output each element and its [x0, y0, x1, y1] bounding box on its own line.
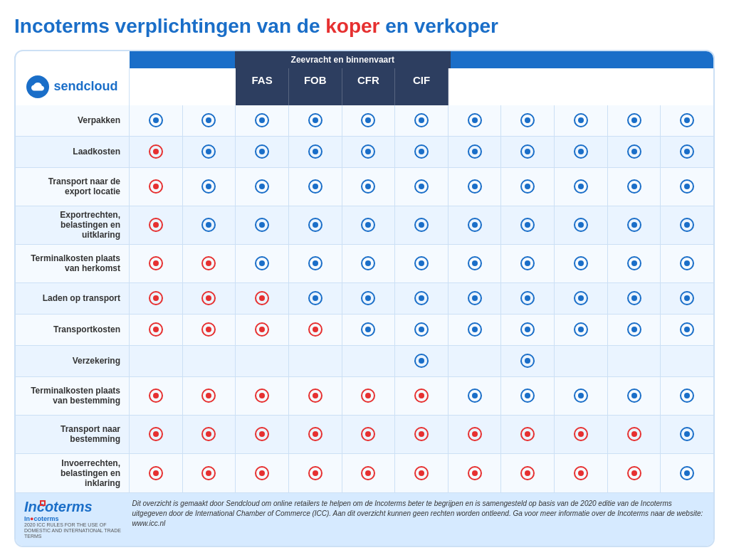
svg-point-77	[419, 222, 424, 228]
svg-point-205	[206, 470, 211, 476]
cell-r0-c10	[661, 105, 713, 136]
cell-r2-c8	[555, 168, 608, 206]
data-row-7	[130, 346, 713, 377]
svg-point-53	[365, 184, 371, 189]
cell-r2-c6	[449, 168, 502, 206]
svg-point-59	[525, 184, 530, 189]
svg-point-149	[578, 327, 584, 332]
svg-point-105	[578, 260, 584, 266]
col-header-cif: CIF	[395, 68, 449, 105]
cell-r9-c9	[608, 416, 661, 453]
svg-point-47	[206, 184, 211, 189]
svg-point-173	[525, 393, 530, 398]
cell-r6-c2	[236, 315, 289, 345]
cell-r8-c8	[555, 377, 608, 415]
svg-point-211	[365, 470, 371, 476]
svg-point-75	[365, 222, 371, 228]
zeevracht-banner-row: Zeevracht en binnenvaart	[130, 51, 713, 68]
svg-point-29	[313, 149, 318, 154]
svg-point-151	[631, 327, 637, 332]
svg-point-83	[578, 222, 584, 228]
svg-point-35	[472, 149, 478, 154]
svg-point-39	[578, 149, 584, 154]
row-labels-column: VerpakkenLaadkostenTransport naar de exp…	[16, 105, 130, 492]
svg-point-109	[684, 260, 690, 266]
svg-point-11	[419, 117, 424, 123]
cell-r9-c8	[555, 416, 608, 453]
cell-r9-c4	[342, 416, 396, 453]
cell-r6-c3	[289, 315, 342, 345]
svg-point-127	[578, 295, 584, 301]
cell-r9-c7	[501, 416, 555, 453]
svg-point-41	[631, 149, 637, 154]
cell-r5-c0	[130, 283, 183, 314]
cell-r10-c5	[395, 454, 449, 492]
cell-r3-c4	[342, 206, 396, 244]
svg-point-31	[365, 149, 371, 154]
cell-r6-c6	[449, 315, 502, 345]
row-label-7: Verzekering	[16, 346, 129, 377]
cell-r6-c10	[661, 315, 713, 345]
svg-point-25	[206, 149, 211, 154]
svg-point-185	[259, 431, 265, 437]
cell-r7-c5	[395, 346, 449, 376]
svg-point-119	[365, 295, 371, 301]
svg-point-155	[419, 358, 424, 364]
cell-r2-c9	[608, 168, 661, 206]
data-row-5	[130, 283, 713, 315]
sendcloud-icon	[26, 75, 49, 98]
svg-point-57	[472, 184, 478, 189]
cell-r0-c2	[236, 105, 289, 136]
row-label-1: Laadkosten	[16, 137, 129, 168]
col-header-cip: CIP	[501, 68, 555, 105]
svg-point-19	[631, 117, 637, 123]
svg-point-129	[631, 295, 637, 301]
table-header: Zeevracht en binnenvaart sendcloud	[16, 51, 713, 105]
cell-r1-c0	[130, 137, 183, 167]
cell-r4-c4	[342, 245, 396, 282]
svg-point-81	[525, 222, 530, 228]
svg-point-15	[525, 117, 530, 123]
svg-point-3	[206, 117, 211, 123]
svg-point-71	[259, 222, 265, 228]
cell-r5-c5	[395, 283, 449, 314]
zeevracht-label: Zeevracht en binnenvaart	[235, 51, 451, 68]
cell-r4-c2	[236, 245, 289, 282]
svg-point-195	[525, 431, 530, 437]
svg-point-61	[578, 184, 584, 189]
cell-r9-c2	[236, 416, 289, 453]
cell-r4-c1	[183, 245, 236, 282]
cell-r10-c6	[449, 454, 502, 492]
svg-point-207	[259, 470, 265, 476]
cell-r2-c0	[130, 168, 183, 206]
row-label-0: Verpakken	[16, 105, 129, 137]
incoterms-logo-sub: In●coterms 2020 ICC RULES FOR THE USE OF…	[24, 515, 124, 540]
svg-point-171	[472, 393, 478, 398]
cell-r8-c7	[501, 377, 555, 415]
cell-r3-c3	[289, 206, 342, 244]
svg-point-95	[313, 260, 318, 266]
svg-point-141	[365, 327, 371, 332]
svg-point-135	[206, 327, 211, 332]
sendcloud-logo: sendcloud	[26, 75, 117, 98]
cell-r1-c4	[342, 137, 396, 167]
cell-r0-c9	[608, 105, 661, 136]
svg-point-49	[259, 184, 265, 189]
svg-point-209	[313, 470, 318, 476]
cell-r8-c2	[236, 377, 289, 415]
cell-r3-c10	[661, 206, 713, 244]
svg-point-1	[153, 117, 159, 123]
cell-r10-c4	[342, 454, 396, 492]
svg-point-23	[153, 149, 159, 154]
cell-r10-c7	[501, 454, 555, 492]
col-header-dpu: DPU	[608, 68, 661, 105]
column-headers-row: sendcloud EXW FCA FAS FOB CFR CIF CPT CI…	[16, 68, 713, 105]
svg-point-37	[525, 149, 530, 154]
cell-r0-c4	[342, 105, 396, 136]
cell-r9-c5	[395, 416, 449, 453]
cell-r8-c4	[342, 377, 396, 415]
cell-r0-c0	[130, 105, 183, 136]
svg-point-67	[153, 222, 159, 228]
data-row-4	[130, 245, 713, 283]
data-row-1	[130, 137, 713, 168]
